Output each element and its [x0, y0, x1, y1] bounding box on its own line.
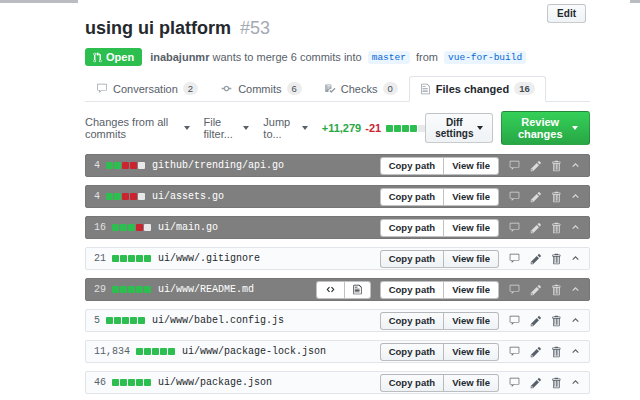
file-path[interactable]: github/trending/api.go — [152, 160, 284, 171]
collapse-file-icon[interactable] — [570, 161, 581, 170]
copy-path-button[interactable]: Copy path — [380, 343, 444, 361]
delete-file-icon[interactable] — [551, 284, 561, 296]
comment-toggle-icon[interactable] — [508, 315, 521, 326]
path-buttons-group: Copy path View file — [380, 250, 499, 268]
collapse-file-icon[interactable] — [570, 316, 581, 325]
window-edge-left — [0, 0, 78, 3]
comment-toggle-icon[interactable] — [508, 222, 521, 233]
page-title: using ui platform — [85, 18, 231, 38]
comment-toggle-icon[interactable] — [508, 346, 521, 357]
file-path[interactable]: ui/www/package.json — [158, 377, 272, 388]
tab-checks[interactable]: Checks 0 — [313, 76, 409, 102]
comment-toggle-icon[interactable] — [508, 191, 521, 202]
view-file-button[interactable]: View file — [443, 188, 499, 206]
delete-file-icon[interactable] — [551, 191, 561, 203]
edit-file-icon[interactable] — [530, 160, 542, 172]
comment-toggle-icon[interactable] — [508, 160, 521, 171]
view-file-button[interactable]: View file — [443, 250, 499, 268]
file-actions: Copy path View file — [380, 250, 581, 268]
additions-count: +11,279 — [322, 122, 361, 134]
file-header-row: 21 ui/www/.gitignore Copy path View file — [85, 247, 590, 270]
file-actions: Copy path View file — [380, 219, 581, 237]
diff-settings-button[interactable]: Diff settings — [425, 113, 493, 143]
edit-file-icon[interactable] — [530, 222, 542, 234]
review-changes-label: Review changes — [513, 116, 567, 140]
file-path[interactable]: ui/www/package-lock.json — [182, 346, 326, 357]
edit-file-icon[interactable] — [530, 315, 542, 327]
file-actions: Copy path View file — [380, 312, 581, 330]
file-path[interactable]: ui/www/babel.config.js — [152, 315, 284, 326]
comment-toggle-icon[interactable] — [508, 377, 521, 388]
changes-from-dropdown[interactable]: Changes from all commits — [85, 116, 190, 140]
base-branch-label[interactable]: master — [368, 51, 410, 64]
chevron-down-icon — [184, 126, 190, 130]
tab-count: 6 — [287, 82, 302, 95]
tab-label: Conversation — [113, 83, 178, 95]
tab-conversation[interactable]: Conversation 2 — [85, 76, 209, 102]
diffstat-blocks — [106, 193, 145, 200]
file-path[interactable]: ui/assets.go — [152, 191, 224, 202]
comment-toggle-icon[interactable] — [508, 284, 521, 295]
path-buttons-group: Copy path View file — [380, 374, 499, 392]
file-stat: 21 — [94, 253, 106, 264]
collapse-file-icon[interactable] — [570, 378, 581, 387]
head-branch-label[interactable]: vue-for-build — [444, 51, 526, 64]
file-header-row: 11,834 ui/www/package-lock.json Copy pat… — [85, 340, 590, 363]
diff-toolbar: Changes from all commits File filter... … — [85, 111, 590, 145]
status-badge-label: Open — [106, 51, 134, 63]
collapse-file-icon[interactable] — [570, 285, 581, 294]
edit-file-icon[interactable] — [530, 346, 542, 358]
copy-path-button[interactable]: Copy path — [380, 188, 444, 206]
file-actions: Copy path View file — [380, 188, 581, 206]
tab-files-changed[interactable]: Files changed 16 — [409, 76, 546, 102]
edit-file-icon[interactable] — [530, 284, 542, 296]
edit-file-icon[interactable] — [530, 191, 542, 203]
copy-path-button[interactable]: Copy path — [380, 219, 444, 237]
comment-toggle-icon[interactable] — [508, 253, 521, 264]
collapse-file-icon[interactable] — [570, 223, 581, 232]
edit-file-icon[interactable] — [530, 253, 542, 265]
delete-file-icon[interactable] — [551, 346, 561, 358]
delete-file-icon[interactable] — [551, 160, 561, 172]
view-file-button[interactable]: View file — [443, 312, 499, 330]
pr-number: #53 — [240, 18, 270, 38]
tab-label: Commits — [238, 83, 281, 95]
diffstat-blocks — [112, 379, 151, 386]
tab-label: Files changed — [436, 83, 509, 95]
jump-to-dropdown[interactable]: Jump to... — [263, 116, 307, 140]
view-file-button[interactable]: View file — [443, 374, 499, 392]
file-path[interactable]: ui/main.go — [158, 222, 218, 233]
tab-count: 16 — [514, 82, 535, 95]
pr-meta: Open inabajunmr wants to merge 6 commits… — [85, 48, 590, 66]
review-changes-button[interactable]: Review changes — [501, 111, 590, 145]
collapse-file-icon[interactable] — [570, 347, 581, 356]
copy-path-button[interactable]: Copy path — [380, 157, 444, 175]
delete-file-icon[interactable] — [551, 222, 561, 234]
file-actions: Copy path View file — [380, 374, 581, 392]
view-file-button[interactable]: View file — [443, 157, 499, 175]
view-file-button[interactable]: View file — [443, 281, 499, 299]
delete-file-icon[interactable] — [551, 377, 561, 389]
view-file-button[interactable]: View file — [443, 343, 499, 361]
edit-button[interactable]: Edit — [547, 4, 586, 23]
delete-file-icon[interactable] — [551, 315, 561, 327]
diffstat-blocks — [136, 348, 175, 355]
file-filter-dropdown[interactable]: File filter... — [204, 116, 250, 140]
copy-path-button[interactable]: Copy path — [380, 250, 444, 268]
collapse-file-icon[interactable] — [570, 192, 581, 201]
collapse-file-icon[interactable] — [570, 254, 581, 263]
edit-file-icon[interactable] — [530, 377, 542, 389]
file-path[interactable]: ui/www/.gitignore — [158, 253, 260, 264]
view-file-button[interactable]: View file — [443, 219, 499, 237]
tab-commits[interactable]: Commits 6 — [209, 76, 313, 102]
copy-path-button[interactable]: Copy path — [380, 281, 444, 299]
source-view-button[interactable] — [316, 281, 345, 299]
commit-icon — [220, 83, 233, 94]
rich-diff-button[interactable] — [344, 281, 371, 299]
copy-path-button[interactable]: Copy path — [380, 374, 444, 392]
copy-path-button[interactable]: Copy path — [380, 312, 444, 330]
file-path[interactable]: ui/www/README.md — [158, 284, 254, 295]
delete-file-icon[interactable] — [551, 253, 561, 265]
pr-author[interactable]: inabajunmr — [150, 51, 209, 63]
file-filter-label: File filter... — [204, 116, 240, 140]
